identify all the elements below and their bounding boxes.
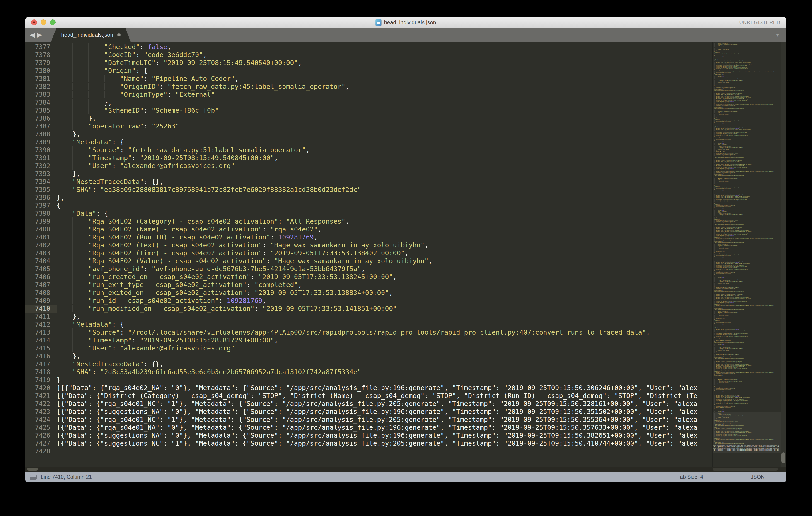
code-text[interactable]: }	[57, 376, 712, 384]
code-line[interactable]: 7386 },	[25, 114, 712, 122]
code-text[interactable]	[57, 447, 712, 455]
code-line[interactable]: 7380 "Origin": {	[25, 67, 712, 75]
code-line[interactable]: 7388 },	[25, 130, 712, 138]
code-text[interactable]: "Timestamp": "2019-09-25T08:15:28.817293…	[57, 336, 712, 344]
line-number[interactable]: 7427	[25, 439, 57, 447]
code-line[interactable]: 7396},	[25, 194, 712, 202]
line-number[interactable]: 7385	[25, 107, 57, 114]
code-text[interactable]: [{"Data": {"rqa_s04e01_NA": "0"}, "Metad…	[57, 424, 712, 431]
code-text[interactable]: },	[57, 170, 712, 178]
code-line[interactable]: 7428	[25, 447, 712, 455]
line-number[interactable]: 7395	[25, 186, 57, 194]
code-text[interactable]: {	[57, 202, 712, 210]
code-line[interactable]: 7394 "NestedTracedData": {},	[25, 178, 712, 186]
code-line[interactable]: 7409 "run_id - csap_s04e02_activation": …	[25, 297, 712, 305]
code-line[interactable]: 7397{	[25, 202, 712, 210]
code-line[interactable]: 7410 "run_modified_on - csap_s04e02_acti…	[25, 305, 712, 312]
code-text[interactable]: },	[57, 130, 712, 138]
code-text[interactable]: "Name": "Pipeline Auto-Coder",	[57, 75, 712, 83]
line-number[interactable]: 7417	[25, 360, 57, 368]
code-text[interactable]: },	[57, 114, 712, 122]
line-number[interactable]: 7406	[25, 273, 57, 281]
line-number[interactable]: 7396	[25, 194, 57, 202]
code-line[interactable]: 7406 "run_created_on - csap_s04e02_activ…	[25, 273, 712, 281]
line-number[interactable]: 7387	[25, 122, 57, 130]
line-number[interactable]: 7416	[25, 352, 57, 360]
line-number[interactable]: 7399	[25, 217, 57, 225]
line-number[interactable]: 7411	[25, 312, 57, 321]
code-line[interactable]: 7402 "Rqa_S04E02 (Text) - csap_s04e02_ac…	[25, 241, 712, 249]
line-number[interactable]: 7410	[25, 305, 57, 312]
line-number[interactable]: 7379	[25, 59, 57, 67]
code-line[interactable]: 7403 "Rqa_S04E02 (Time) - csap_s04e02_ac…	[25, 249, 712, 257]
line-number[interactable]: 7426	[25, 431, 57, 439]
line-number[interactable]: 7405	[25, 265, 57, 273]
code-line[interactable]: 7400 "Rqa_S04E02 (Name) - csap_s04e02_ac…	[25, 225, 712, 233]
line-number[interactable]: 7397	[25, 202, 57, 210]
code-text[interactable]: "Timestamp": "2019-09-25T08:15:49.540845…	[57, 154, 712, 162]
code-line[interactable]: 7414 "Timestamp": "2019-09-25T08:15:28.8…	[25, 336, 712, 344]
code-line[interactable]: 7416 },	[25, 352, 712, 360]
line-number[interactable]: 7428	[25, 447, 57, 455]
code-text[interactable]: [{"Data": {"District (Category) - csap_s…	[57, 392, 712, 400]
code-text[interactable]: "Origin": {	[57, 67, 712, 75]
line-number[interactable]: 7390	[25, 146, 57, 154]
horizontal-scrollbar-thumb[interactable]	[27, 468, 38, 471]
code-text[interactable]: "Source": "fetch_raw_data.py:51:label_so…	[57, 146, 712, 154]
line-number[interactable]: 7413	[25, 329, 57, 336]
code-line[interactable]: 7418 "SHA": "2d8c33a4b239e61c6ad55e3e6c0…	[25, 368, 712, 376]
code-text[interactable]: [{"Data": {"suggestions_NC": "1"}, "Meta…	[57, 439, 712, 447]
code-text[interactable]: "User": "alexander@africasvoices.org"	[57, 344, 712, 352]
code-text[interactable]: "Rqa_S04E02 (Time) - csap_s04e02_activat…	[57, 249, 712, 257]
line-number[interactable]: 7404	[25, 257, 57, 265]
zoom-button[interactable]	[50, 20, 56, 25]
code-line[interactable]: 7382 "OriginID": "fetch_raw_data.py:45:l…	[25, 83, 712, 91]
horizontal-scrollbar[interactable]	[25, 467, 786, 472]
line-number[interactable]: 7407	[25, 281, 57, 289]
line-number[interactable]: 7388	[25, 130, 57, 138]
code-line[interactable]: 7399 "Rqa_S04E02 (Category) - csap_s04e0…	[25, 217, 712, 225]
code-text[interactable]: "SHA": "2d8c33a4b239e61c6ad55e3e6c0b3ee2…	[57, 368, 712, 376]
code-text[interactable]: "SHA": "ea38b09c288083817c89768941b72c82…	[57, 186, 712, 194]
line-number[interactable]: 7381	[25, 75, 57, 83]
code-text[interactable]: [{"Data": {"suggestions_NA": "0"}, "Meta…	[57, 431, 712, 439]
line-number[interactable]: 7424	[25, 416, 57, 424]
minimize-button[interactable]	[40, 20, 46, 25]
code-line[interactable]: 7379 "DateTimeUTC": "2019-09-25T08:15:49…	[25, 59, 712, 67]
code-text[interactable]: "OriginID": "fetch_raw_data.py:45:label_…	[57, 83, 712, 91]
code-text[interactable]: [{"Data": {"suggestions_NA": "0"}, "Meta…	[57, 408, 712, 416]
line-number[interactable]: 7402	[25, 241, 57, 249]
code-text[interactable]: "run_created_on - csap_s04e02_activation…	[57, 273, 712, 281]
code-text[interactable]: "Rqa_S04E02 (Category) - csap_s04e02_act…	[57, 217, 712, 225]
code-text[interactable]: },	[57, 194, 712, 202]
code-line[interactable]: 7415 "User": "alexander@africasvoices.or…	[25, 344, 712, 352]
line-number[interactable]: 7419	[25, 376, 57, 384]
code-line[interactable]: 7389 "Metadata": {	[25, 138, 712, 146]
code-line[interactable]: 7412 "Metadata": {	[25, 321, 712, 329]
line-number[interactable]: 7380	[25, 67, 57, 75]
line-number[interactable]: 7400	[25, 225, 57, 233]
code-line[interactable]: 7383 "OriginType": "External"	[25, 91, 712, 98]
code-text[interactable]: ][{"Data": {"rqa_s04e02_NA": "0"}, "Meta…	[57, 384, 712, 392]
code-line[interactable]: 7404 "Rqa_S04E02 (Value) - csap_s04e02_a…	[25, 257, 712, 265]
line-number[interactable]: 7421	[25, 392, 57, 400]
code-line[interactable]: 7413 "Source": "/root/.local/share/virtu…	[25, 329, 712, 336]
vertical-scrollbar-thumb[interactable]	[781, 452, 785, 463]
code-line[interactable]: 7395 "SHA": "ea38b09c288083817c89768941b…	[25, 186, 712, 194]
line-number[interactable]: 7423	[25, 408, 57, 416]
code-line[interactable]: 7405 "avf_phone_id": "avf-phone-uuid-de5…	[25, 265, 712, 273]
line-number[interactable]: 7422	[25, 400, 57, 408]
code-line[interactable]: 7398 "Data": {	[25, 210, 712, 217]
line-number[interactable]: 7415	[25, 344, 57, 352]
code-view[interactable]: 7377 "Checked": false,7378 "CodeID": "co…	[25, 42, 712, 467]
code-line[interactable]: 7426[{"Data": {"suggestions_NA": "0"}, "…	[25, 431, 712, 439]
line-number[interactable]: 7420	[25, 384, 57, 392]
code-line[interactable]: 7421[{"Data": {"District (Category) - cs…	[25, 392, 712, 400]
line-number[interactable]: 7382	[25, 83, 57, 91]
code-line[interactable]: 7393 },	[25, 170, 712, 178]
code-text[interactable]: "CodeID": "code-3e6ddc70",	[57, 51, 712, 59]
code-text[interactable]: "operator_raw": "25263"	[57, 122, 712, 130]
code-line[interactable]: 7378 "CodeID": "code-3e6ddc70",	[25, 51, 712, 59]
line-number[interactable]: 7386	[25, 114, 57, 122]
code-line[interactable]: 7387 "operator_raw": "25263"	[25, 122, 712, 130]
